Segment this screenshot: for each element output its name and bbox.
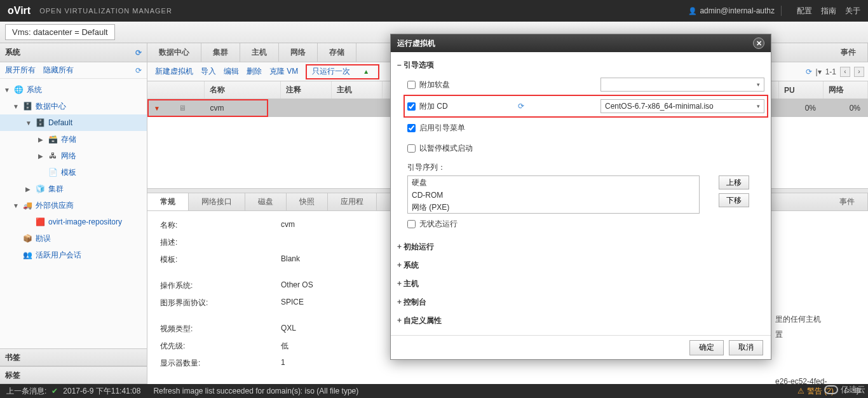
btn-ok[interactable]: 确定: [689, 340, 724, 355]
lbl-stateless: 无状态运行: [419, 219, 458, 230]
dialog-title: 运行虚拟机 ✕: [391, 34, 771, 52]
section-system[interactable]: 系统: [397, 256, 764, 275]
boot-item[interactable]: CD-ROM: [408, 189, 699, 201]
section-initial-run[interactable]: 初始运行: [397, 238, 764, 256]
lbl-attach-floppy: 附加软盘: [419, 79, 450, 90]
refresh-icon[interactable]: ⟳: [518, 102, 524, 111]
lbl-pause-mode: 以暂停模式启动: [419, 143, 473, 154]
chk-attach-cd[interactable]: [407, 102, 416, 111]
boot-item[interactable]: 网络 (PXE): [408, 201, 699, 214]
lbl-boot-sequence: 引导序列：: [407, 162, 764, 173]
chk-attach-floppy[interactable]: [407, 81, 416, 89]
boot-item[interactable]: 硬盘: [408, 176, 699, 189]
section-console[interactable]: 控制台: [397, 293, 764, 312]
combo-floppy[interactable]: ▾: [600, 78, 764, 92]
chk-stateless[interactable]: [407, 220, 416, 228]
close-icon[interactable]: ✕: [753, 38, 764, 49]
btn-move-down[interactable]: 下移: [719, 193, 749, 207]
section-boot-options[interactable]: 引导选项: [397, 56, 764, 74]
dialog-mask: 运行虚拟机 ✕ 引导选项 附加软盘 ▾ 附加 CD ⟳ CentOS-6.7-x…: [0, 0, 868, 398]
chk-enable-boot-menu[interactable]: [407, 124, 416, 132]
boot-sequence-list[interactable]: 硬盘 CD-ROM 网络 (PXE): [407, 175, 700, 214]
btn-cancel[interactable]: 取消: [729, 340, 763, 355]
run-vm-dialog: 运行虚拟机 ✕ 引导选项 附加软盘 ▾ 附加 CD ⟳ CentOS-6.7-x…: [390, 34, 771, 360]
section-custom-props[interactable]: 自定义属性: [397, 312, 764, 330]
section-host[interactable]: 主机: [397, 275, 764, 293]
watermark: 亿速云: [824, 384, 865, 395]
combo-cd-iso[interactable]: CentOS-6.7-x86_64-minimal.iso▾: [600, 99, 764, 113]
lbl-attach-cd: 附加 CD: [419, 101, 448, 112]
chk-pause-mode[interactable]: [407, 144, 416, 153]
btn-move-up[interactable]: 上移: [719, 175, 749, 189]
lbl-enable-boot-menu: 启用引导菜单: [419, 123, 465, 134]
